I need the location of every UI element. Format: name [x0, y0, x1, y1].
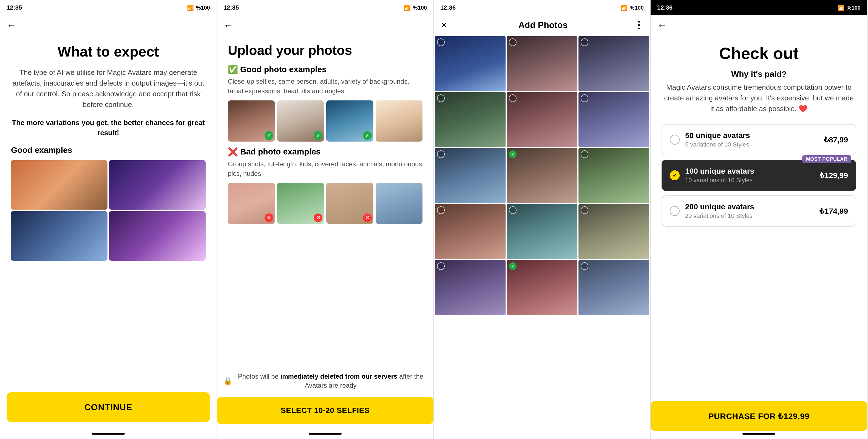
bad-photo-3: ✕ — [326, 183, 373, 224]
bad-photos-row: ✕ ✕ ✕ — [228, 183, 423, 224]
battery-icon-3: %100 — [630, 5, 644, 11]
select-circle-10 — [437, 206, 445, 214]
select-circle-1 — [437, 38, 445, 46]
select-circle-8: ✓ — [509, 150, 517, 158]
good-photo-2: ✓ — [277, 100, 324, 142]
grid-photo-10[interactable] — [435, 204, 505, 259]
x-badge-3: ✕ — [363, 213, 372, 222]
checkmark-emoji: ✅ — [228, 64, 238, 74]
plan-100-info: 100 unique avatars 10 variations of 10 S… — [685, 167, 815, 184]
grid-photo-1[interactable] — [435, 36, 505, 91]
purchase-button[interactable]: PURCHASE FOR ₺129,99 — [651, 401, 867, 431]
bad-photo-1: ✕ — [228, 183, 275, 224]
select-circle-9 — [581, 150, 588, 158]
good-photos-row: ✓ ✓ ✓ — [228, 100, 423, 142]
plan-50-price: ₺87,99 — [824, 135, 848, 144]
check-badge-2: ✓ — [314, 131, 322, 140]
grid-photo-2[interactable] — [507, 36, 578, 91]
grid-photo-9[interactable] — [579, 148, 649, 203]
screen1-body: The type of AI we utilise for Magic Avat… — [11, 67, 206, 110]
back-button-2[interactable]: ← — [223, 20, 233, 31]
status-right-4: 📶 %100 — [838, 4, 861, 11]
select-circle-7 — [437, 150, 445, 158]
status-time-1: 12:35 — [7, 4, 22, 11]
example-photo-2 — [109, 160, 206, 210]
grid-photo-11[interactable] — [507, 204, 578, 259]
grid-photo-7[interactable] — [435, 148, 505, 203]
screen4-title: Check out — [661, 44, 856, 63]
screen2-title: Upload your photos — [228, 43, 423, 58]
example-photo-3 — [11, 211, 107, 261]
plan-50-name: 50 unique avatars — [685, 131, 819, 140]
screen-add-photos: 12:36 📶 %100 ✕ Add Photos ⋮ ✓ — [434, 0, 651, 439]
plan-50[interactable]: 50 unique avatars 5 variations of 10 Sty… — [661, 124, 856, 155]
screen4-content: Check out Why it's paid? Magic Avatars c… — [651, 35, 867, 401]
status-time-3: 12:36 — [440, 4, 456, 11]
lock-icon: 🔒 — [223, 376, 232, 386]
nav-bar-2: ← — [217, 16, 433, 35]
screen1-bold-text: The more variations you get, the better … — [11, 118, 206, 138]
status-bar-2: 12:35 📶 %100 — [217, 0, 433, 16]
screen-upload-photos: 12:35 📶 %100 ← Upload your photos ✅ Good… — [217, 0, 434, 439]
status-bar-4: 12:36 📶 %100 — [651, 0, 867, 16]
check-badge-1: ✓ — [265, 131, 273, 140]
status-time-4: 12:36 — [657, 4, 673, 11]
good-examples-title: ✅ Good photo examples — [228, 64, 423, 74]
screen3-nav-title: Add Photos — [519, 20, 568, 30]
x-emoji: ❌ — [228, 147, 238, 157]
plan-100-name: 100 unique avatars — [685, 167, 815, 176]
x-badge-1: ✕ — [265, 213, 273, 222]
screen2-content: Upload your photos ✅ Good photo examples… — [217, 35, 433, 368]
bad-photo-2: ✕ — [277, 183, 324, 224]
plan-200[interactable]: 200 unique avatars 20 variations of 10 S… — [661, 195, 856, 227]
status-time-2: 12:35 — [223, 4, 239, 11]
back-button-1[interactable]: ← — [7, 20, 17, 31]
plan-200-name: 200 unique avatars — [685, 203, 815, 211]
good-photo-4 — [376, 100, 423, 142]
wifi-icon: 📶 — [187, 4, 194, 11]
grid-photo-4[interactable] — [435, 92, 505, 147]
status-right-2: 📶 %100 — [404, 4, 427, 11]
plan-100-desc: 10 variations of 10 Styles — [685, 177, 815, 184]
check-icon: ✓ — [673, 172, 677, 179]
select-circle-15 — [581, 262, 588, 270]
privacy-text: Photos will be immediately deleted from … — [235, 372, 427, 390]
more-options-button[interactable]: ⋮ — [634, 20, 644, 31]
select-circle-5 — [509, 94, 517, 102]
nav-bar-4: ← — [651, 16, 867, 35]
select-circle-12 — [581, 206, 588, 214]
select-circle-3 — [581, 38, 588, 46]
wifi-icon-3: 📶 — [621, 4, 627, 11]
select-circle-4 — [437, 94, 445, 102]
plan-200-info: 200 unique avatars 20 variations of 10 S… — [685, 203, 815, 220]
good-examples-grid — [11, 160, 206, 261]
grid-photo-6[interactable] — [579, 92, 649, 147]
bad-examples-title: ❌ Bad photo examples — [228, 147, 423, 157]
bad-examples-desc: Group shots, full-length, kids, covered … — [228, 159, 423, 179]
screen4-why-title: Why it's paid? — [661, 69, 856, 79]
status-right-1: 📶 %100 — [187, 4, 210, 11]
grid-photo-12[interactable] — [579, 204, 649, 259]
back-button-4[interactable]: ← — [657, 20, 667, 31]
select-circle-13 — [437, 262, 445, 270]
plan-50-radio — [670, 135, 680, 145]
grid-photo-13[interactable] — [435, 260, 505, 315]
grid-photo-3[interactable] — [579, 36, 649, 91]
bad-title-label: Bad photo examples — [240, 147, 320, 156]
close-button[interactable]: ✕ — [440, 20, 448, 30]
grid-photo-14[interactable]: ✓ — [507, 260, 578, 315]
plan-100[interactable]: MOST POPULAR ✓ 100 unique avatars 10 var… — [661, 160, 856, 191]
continue-button[interactable]: CONTINUE — [7, 392, 210, 422]
good-title-label: Good photo examples — [240, 65, 327, 74]
grid-photo-15[interactable] — [579, 260, 649, 315]
grid-photo-5[interactable] — [507, 92, 578, 147]
check-badge-3: ✓ — [363, 131, 372, 140]
grid-photo-8[interactable]: ✓ — [507, 148, 578, 203]
x-badge-2: ✕ — [314, 213, 322, 222]
photo-grid-container: ✓ ✓ — [434, 35, 650, 439]
plan-50-info: 50 unique avatars 5 variations of 10 Sty… — [685, 131, 819, 148]
screen1-content: What to expect The type of AI we utilise… — [0, 35, 217, 388]
select-selfies-button[interactable]: SELECT 10-20 SELFIES — [217, 397, 433, 424]
select-circle-14: ✓ — [509, 262, 517, 270]
most-popular-badge: MOST POPULAR — [802, 155, 851, 163]
